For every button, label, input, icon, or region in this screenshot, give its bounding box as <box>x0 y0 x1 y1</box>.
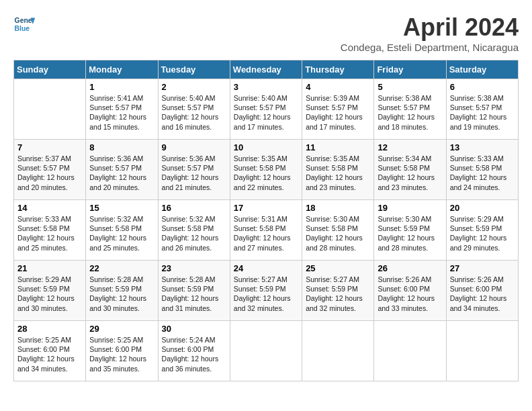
day-info: Sunrise: 5:36 AM Sunset: 5:57 PM Dayligh… <box>89 154 154 192</box>
day-number: 24 <box>234 263 298 273</box>
day-info: Sunrise: 5:38 AM Sunset: 5:57 PM Dayligh… <box>450 93 515 132</box>
day-info: Sunrise: 5:26 AM Sunset: 6:00 PM Dayligh… <box>450 275 515 313</box>
calendar-title: April 2024 <box>341 13 519 42</box>
calendar-cell: 11Sunrise: 5:35 AM Sunset: 5:58 PM Dayli… <box>302 140 374 200</box>
day-number: 5 <box>378 82 442 92</box>
day-info: Sunrise: 5:27 AM Sunset: 5:59 PM Dayligh… <box>306 275 370 313</box>
day-info: Sunrise: 5:28 AM Sunset: 5:59 PM Dayligh… <box>89 275 154 313</box>
day-info: Sunrise: 5:28 AM Sunset: 5:59 PM Dayligh… <box>162 275 226 313</box>
calendar-cell: 1Sunrise: 5:41 AM Sunset: 5:57 PM Daylig… <box>86 79 158 140</box>
calendar-header-row: SundayMondayTuesdayWednesdayThursdayFrid… <box>14 60 519 79</box>
day-number: 1 <box>89 82 154 92</box>
calendar-cell: 26Sunrise: 5:26 AM Sunset: 6:00 PM Dayli… <box>374 261 446 321</box>
calendar-cell <box>374 321 446 381</box>
day-number: 20 <box>450 203 515 213</box>
day-info: Sunrise: 5:27 AM Sunset: 5:59 PM Dayligh… <box>234 275 298 313</box>
day-number: 19 <box>378 203 442 213</box>
calendar-cell: 22Sunrise: 5:28 AM Sunset: 5:59 PM Dayli… <box>86 261 158 321</box>
day-number: 29 <box>89 324 154 334</box>
day-number: 6 <box>450 82 515 92</box>
calendar-week-row: 1Sunrise: 5:41 AM Sunset: 5:57 PM Daylig… <box>14 79 519 140</box>
day-info: Sunrise: 5:29 AM Sunset: 5:59 PM Dayligh… <box>17 275 82 313</box>
calendar-cell: 14Sunrise: 5:33 AM Sunset: 5:58 PM Dayli… <box>14 200 86 261</box>
page-header: General Blue April 2024 Condega, Esteli … <box>13 13 519 53</box>
day-info: Sunrise: 5:32 AM Sunset: 5:58 PM Dayligh… <box>89 214 154 253</box>
calendar-table: SundayMondayTuesdayWednesdayThursdayFrid… <box>13 60 519 381</box>
calendar-cell: 10Sunrise: 5:35 AM Sunset: 5:58 PM Dayli… <box>230 140 302 200</box>
calendar-cell: 4Sunrise: 5:39 AM Sunset: 5:57 PM Daylig… <box>302 79 374 140</box>
calendar-cell <box>230 321 302 381</box>
day-number: 12 <box>378 142 442 152</box>
header-friday: Friday <box>374 60 446 79</box>
day-info: Sunrise: 5:30 AM Sunset: 5:58 PM Dayligh… <box>306 214 370 253</box>
calendar-cell: 2Sunrise: 5:40 AM Sunset: 5:57 PM Daylig… <box>158 79 230 140</box>
day-number: 26 <box>378 263 442 273</box>
day-info: Sunrise: 5:24 AM Sunset: 6:00 PM Dayligh… <box>162 335 226 373</box>
day-info: Sunrise: 5:39 AM Sunset: 5:57 PM Dayligh… <box>306 93 370 132</box>
day-info: Sunrise: 5:30 AM Sunset: 5:59 PM Dayligh… <box>378 214 442 253</box>
day-info: Sunrise: 5:35 AM Sunset: 5:58 PM Dayligh… <box>234 154 298 192</box>
calendar-cell: 25Sunrise: 5:27 AM Sunset: 5:59 PM Dayli… <box>302 261 374 321</box>
day-number: 14 <box>17 203 82 213</box>
calendar-cell: 28Sunrise: 5:25 AM Sunset: 6:00 PM Dayli… <box>14 321 86 381</box>
calendar-cell: 18Sunrise: 5:30 AM Sunset: 5:58 PM Dayli… <box>302 200 374 261</box>
day-number: 22 <box>89 263 154 273</box>
day-info: Sunrise: 5:36 AM Sunset: 5:57 PM Dayligh… <box>162 154 226 192</box>
calendar-cell: 19Sunrise: 5:30 AM Sunset: 5:59 PM Dayli… <box>374 200 446 261</box>
calendar-cell: 6Sunrise: 5:38 AM Sunset: 5:57 PM Daylig… <box>446 79 518 140</box>
day-info: Sunrise: 5:35 AM Sunset: 5:58 PM Dayligh… <box>306 154 370 192</box>
calendar-cell: 9Sunrise: 5:36 AM Sunset: 5:57 PM Daylig… <box>158 140 230 200</box>
day-number: 21 <box>17 263 82 273</box>
svg-text:Blue: Blue <box>15 25 30 32</box>
day-number: 8 <box>89 142 154 152</box>
calendar-cell: 27Sunrise: 5:26 AM Sunset: 6:00 PM Dayli… <box>446 261 518 321</box>
day-number: 30 <box>162 324 226 334</box>
logo: General Blue <box>13 13 35 35</box>
day-info: Sunrise: 5:38 AM Sunset: 5:57 PM Dayligh… <box>378 93 442 132</box>
day-number: 25 <box>306 263 370 273</box>
calendar-week-row: 14Sunrise: 5:33 AM Sunset: 5:58 PM Dayli… <box>14 200 519 261</box>
calendar-week-row: 28Sunrise: 5:25 AM Sunset: 6:00 PM Dayli… <box>14 321 519 381</box>
header-sunday: Sunday <box>14 60 86 79</box>
calendar-cell: 7Sunrise: 5:37 AM Sunset: 5:57 PM Daylig… <box>14 140 86 200</box>
day-number: 16 <box>162 203 226 213</box>
day-number: 9 <box>162 142 226 152</box>
calendar-cell <box>302 321 374 381</box>
header-thursday: Thursday <box>302 60 374 79</box>
day-info: Sunrise: 5:32 AM Sunset: 5:58 PM Dayligh… <box>162 214 226 253</box>
day-number: 17 <box>234 203 298 213</box>
day-number: 27 <box>450 263 515 273</box>
calendar-cell: 5Sunrise: 5:38 AM Sunset: 5:57 PM Daylig… <box>374 79 446 140</box>
day-info: Sunrise: 5:33 AM Sunset: 5:58 PM Dayligh… <box>17 214 82 253</box>
day-number: 4 <box>306 82 370 92</box>
calendar-week-row: 21Sunrise: 5:29 AM Sunset: 5:59 PM Dayli… <box>14 261 519 321</box>
day-info: Sunrise: 5:41 AM Sunset: 5:57 PM Dayligh… <box>89 93 154 132</box>
header-wednesday: Wednesday <box>230 60 302 79</box>
calendar-cell: 29Sunrise: 5:25 AM Sunset: 6:00 PM Dayli… <box>86 321 158 381</box>
day-info: Sunrise: 5:40 AM Sunset: 5:57 PM Dayligh… <box>234 93 298 132</box>
header-monday: Monday <box>86 60 158 79</box>
day-info: Sunrise: 5:29 AM Sunset: 5:59 PM Dayligh… <box>450 214 515 253</box>
header-tuesday: Tuesday <box>158 60 230 79</box>
day-info: Sunrise: 5:40 AM Sunset: 5:57 PM Dayligh… <box>162 93 226 132</box>
calendar-cell: 20Sunrise: 5:29 AM Sunset: 5:59 PM Dayli… <box>446 200 518 261</box>
day-number: 18 <box>306 203 370 213</box>
day-info: Sunrise: 5:25 AM Sunset: 6:00 PM Dayligh… <box>89 335 154 373</box>
calendar-cell: 13Sunrise: 5:33 AM Sunset: 5:58 PM Dayli… <box>446 140 518 200</box>
calendar-cell: 24Sunrise: 5:27 AM Sunset: 5:59 PM Dayli… <box>230 261 302 321</box>
title-section: April 2024 Condega, Esteli Department, N… <box>341 13 519 53</box>
header-saturday: Saturday <box>446 60 518 79</box>
day-number: 13 <box>450 142 515 152</box>
day-info: Sunrise: 5:31 AM Sunset: 5:58 PM Dayligh… <box>234 214 298 253</box>
day-info: Sunrise: 5:34 AM Sunset: 5:58 PM Dayligh… <box>378 154 442 192</box>
day-info: Sunrise: 5:26 AM Sunset: 6:00 PM Dayligh… <box>378 275 442 313</box>
calendar-cell: 30Sunrise: 5:24 AM Sunset: 6:00 PM Dayli… <box>158 321 230 381</box>
day-number: 10 <box>234 142 298 152</box>
calendar-cell: 23Sunrise: 5:28 AM Sunset: 5:59 PM Dayli… <box>158 261 230 321</box>
day-info: Sunrise: 5:37 AM Sunset: 5:57 PM Dayligh… <box>17 154 82 192</box>
day-info: Sunrise: 5:33 AM Sunset: 5:58 PM Dayligh… <box>450 154 515 192</box>
day-number: 2 <box>162 82 226 92</box>
day-info: Sunrise: 5:25 AM Sunset: 6:00 PM Dayligh… <box>17 335 82 373</box>
day-number: 11 <box>306 142 370 152</box>
calendar-cell <box>446 321 518 381</box>
